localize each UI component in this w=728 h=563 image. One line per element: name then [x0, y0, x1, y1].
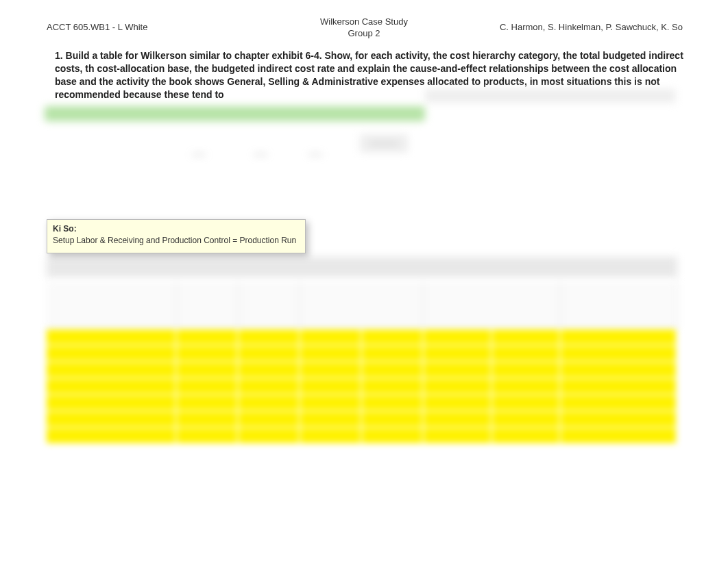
table-subheader-row	[47, 282, 677, 329]
table-row	[47, 412, 677, 428]
yellow-data-rows	[47, 329, 677, 445]
blurred-label-3: ——	[308, 151, 322, 158]
blurred-label-2: ——	[254, 151, 267, 158]
comment-author: Ki So:	[53, 224, 300, 234]
authors: C. Harmon, S. Hinkelman, P. Sawchuck, K.…	[500, 22, 683, 32]
table-row	[47, 379, 677, 395]
comment-text: Setup Labor & Receiving and Production C…	[53, 235, 300, 246]
data-table	[47, 257, 677, 445]
table-row	[47, 329, 677, 346]
blurred-gray-block	[425, 89, 675, 103]
blurred-label-4: ————	[360, 134, 408, 153]
table-header-row	[47, 257, 677, 277]
table-row	[47, 346, 677, 362]
blurred-label-1: ——	[192, 151, 206, 158]
table-row	[47, 428, 677, 445]
table-row	[47, 362, 677, 379]
table-row	[47, 395, 677, 412]
page-header: ACCT 605.WB1 - L White Wilkerson Case St…	[0, 16, 728, 44]
comment-note: Ki So: Setup Labor & Receiving and Produ…	[47, 219, 306, 253]
blurred-green-highlight	[45, 106, 425, 121]
